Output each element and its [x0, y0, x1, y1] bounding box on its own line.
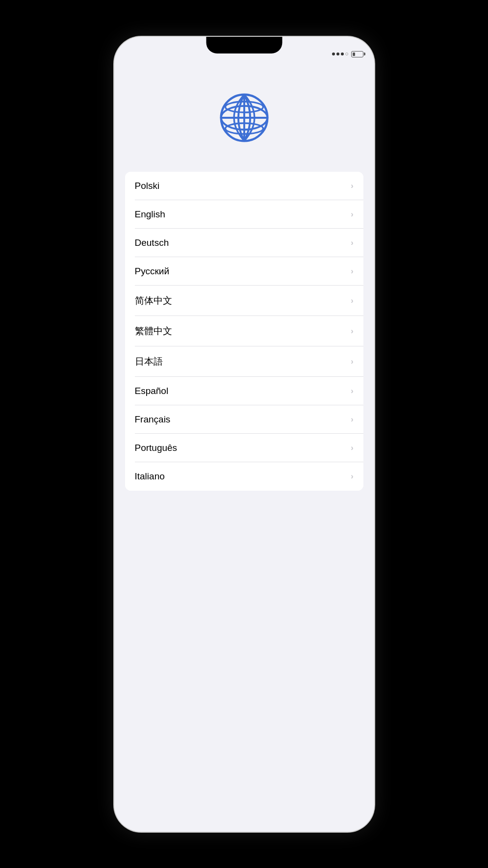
language-label-spanish: Español	[135, 386, 169, 396]
signal-dot-2	[336, 53, 339, 55]
chevron-icon-spanish: ›	[351, 387, 353, 395]
language-item-japanese[interactable]: 日本語›	[125, 346, 363, 377]
language-item-english[interactable]: English›	[125, 200, 363, 229]
language-list: Polski›English›Deutsch›Русский›简体中文›繁體中文…	[125, 172, 363, 491]
language-item-french[interactable]: Français›	[125, 405, 363, 434]
language-label-french: Français	[135, 414, 171, 425]
language-label-russian: Русский	[135, 266, 170, 277]
chevron-icon-russian: ›	[351, 267, 353, 276]
language-item-simplified-chinese[interactable]: 简体中文›	[125, 286, 363, 316]
globe-icon	[217, 91, 271, 145]
language-item-russian[interactable]: Русский›	[125, 257, 363, 286]
chevron-icon-deutsch: ›	[351, 238, 353, 247]
chevron-icon-polski: ›	[351, 182, 353, 190]
signal-indicator	[332, 53, 348, 55]
language-label-italian: Italiano	[135, 471, 165, 482]
battery-icon	[351, 51, 363, 57]
signal-dot-1	[332, 53, 335, 55]
chevron-icon-portuguese: ›	[351, 444, 353, 452]
phone-frame: Polski›English›Deutsch›Русский›简体中文›繁體中文…	[114, 37, 374, 832]
language-item-portuguese[interactable]: Português›	[125, 434, 363, 462]
chevron-icon-english: ›	[351, 210, 353, 219]
language-label-english: English	[135, 209, 165, 220]
signal-dot-4	[345, 53, 348, 55]
chevron-icon-simplified-chinese: ›	[351, 296, 353, 305]
chevron-icon-traditional-chinese: ›	[351, 327, 353, 336]
signal-dot-3	[341, 53, 344, 55]
language-label-traditional-chinese: 繁體中文	[135, 325, 172, 338]
language-item-deutsch[interactable]: Deutsch›	[125, 229, 363, 257]
status-right	[332, 51, 363, 57]
globe-area	[114, 64, 374, 172]
chevron-icon-italian: ›	[351, 472, 353, 481]
chevron-icon-french: ›	[351, 415, 353, 424]
language-list-container: Polski›English›Deutsch›Русский›简体中文›繁體中文…	[114, 172, 374, 491]
language-item-traditional-chinese[interactable]: 繁體中文›	[125, 316, 363, 346]
screen-content: Polski›English›Deutsch›Русский›简体中文›繁體中文…	[114, 37, 374, 832]
language-label-deutsch: Deutsch	[135, 237, 169, 248]
language-label-simplified-chinese: 简体中文	[135, 294, 172, 307]
language-item-spanish[interactable]: Español›	[125, 377, 363, 405]
language-label-portuguese: Português	[135, 443, 178, 453]
language-label-japanese: 日本語	[135, 355, 163, 368]
language-item-italian[interactable]: Italiano›	[125, 462, 363, 491]
battery-fill	[353, 53, 356, 56]
language-label-polski: Polski	[135, 181, 160, 191]
language-item-polski[interactable]: Polski›	[125, 172, 363, 200]
notch	[206, 37, 282, 53]
chevron-icon-japanese: ›	[351, 357, 353, 366]
